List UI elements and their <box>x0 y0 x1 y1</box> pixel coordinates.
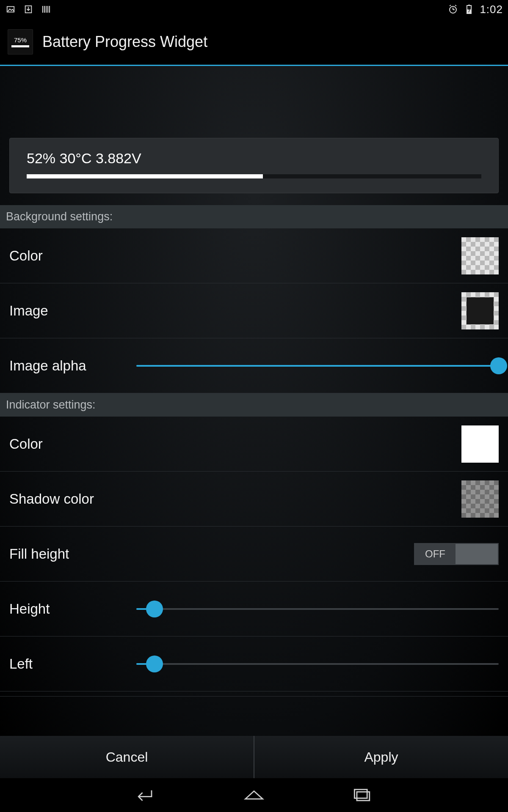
app-title: Battery Progress Widget <box>42 33 207 51</box>
row-image-alpha[interactable]: Image alpha <box>0 338 508 393</box>
height-label: Height <box>9 601 119 617</box>
indicator-color-label: Color <box>9 436 119 452</box>
main-content[interactable]: 52% 30°C 3.882V Background settings: Col… <box>0 66 508 736</box>
back-icon[interactable] <box>134 786 157 804</box>
image-alpha-label: Image alpha <box>9 358 119 374</box>
left-label: Left <box>9 656 119 672</box>
svg-line-12 <box>455 5 456 6</box>
bg-color-swatch[interactable] <box>461 237 499 274</box>
row-shadow-color[interactable]: Shadow color <box>0 472 508 527</box>
row-bg-color[interactable]: Color <box>0 228 508 283</box>
cancel-button[interactable]: Cancel <box>0 736 254 778</box>
apply-button[interactable]: Apply <box>254 736 508 778</box>
row-indicator-color[interactable]: Color <box>0 417 508 472</box>
shadow-color-label: Shadow color <box>9 491 119 507</box>
system-nav-bar <box>0 778 508 812</box>
section-header-background: Background settings: <box>0 205 508 228</box>
download-icon <box>23 4 34 15</box>
row-fill-height[interactable]: Fill height OFF <box>0 527 508 582</box>
button-bar: Cancel Apply <box>0 736 508 778</box>
status-clock: 1:02 <box>480 3 503 16</box>
section-header-indicator: Indicator settings: <box>0 393 508 417</box>
alarm-icon <box>447 4 458 15</box>
status-bar: 1:02 <box>0 0 508 19</box>
widget-preview: 52% 30°C 3.882V <box>9 138 499 193</box>
height-slider[interactable] <box>136 601 499 617</box>
recent-apps-icon[interactable] <box>351 786 374 804</box>
toggle-off-label: OFF <box>414 543 456 565</box>
app-icon-pct: 75% <box>14 36 27 44</box>
slider-thumb-icon[interactable] <box>146 601 163 617</box>
row-bg-image[interactable]: Image <box>0 283 508 338</box>
indicator-color-swatch[interactable] <box>461 425 499 463</box>
preview-text: 52% 30°C 3.882V <box>27 150 481 167</box>
home-icon[interactable] <box>242 786 266 804</box>
svg-rect-14 <box>468 5 470 5</box>
row-height[interactable]: Height <box>0 582 508 636</box>
barcode-icon <box>41 4 52 15</box>
gallery-icon <box>5 4 16 15</box>
left-slider[interactable] <box>136 656 499 672</box>
bg-image-label: Image <box>9 303 119 319</box>
preview-progress-fill <box>27 174 263 178</box>
fill-height-toggle[interactable]: OFF <box>414 543 499 565</box>
fill-height-label: Fill height <box>9 546 119 562</box>
battery-icon <box>464 4 475 15</box>
preview-progress-track <box>27 174 481 178</box>
slider-thumb-icon[interactable] <box>146 656 163 672</box>
row-left[interactable]: Left <box>0 636 508 691</box>
slider-thumb-icon[interactable] <box>490 357 507 374</box>
bg-image-swatch[interactable] <box>461 292 499 329</box>
shadow-color-swatch[interactable] <box>461 480 499 518</box>
app-bar: 75% Battery Progress Widget <box>0 19 508 66</box>
bg-color-label: Color <box>9 248 119 264</box>
image-alpha-slider[interactable] <box>136 357 499 374</box>
app-icon: 75% <box>8 29 33 55</box>
svg-line-11 <box>450 5 451 6</box>
